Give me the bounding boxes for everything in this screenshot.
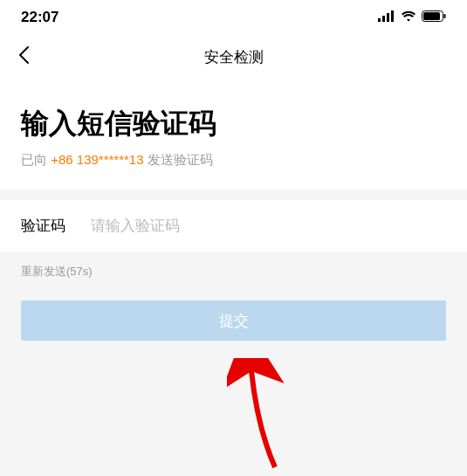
svg-rect-5 (423, 12, 440, 20)
chevron-left-icon (17, 45, 30, 65)
phone-number: +86 139******13 (51, 152, 143, 167)
svg-rect-0 (378, 18, 381, 22)
code-label: 验证码 (21, 216, 91, 236)
nav-bar: 安全检测 (0, 35, 467, 79)
battery-icon (422, 10, 446, 25)
status-time: 22:07 (21, 9, 58, 26)
back-button[interactable] (17, 44, 30, 71)
resend-countdown: 重新发送(57s) (21, 264, 446, 279)
code-input-row: 验证码 (0, 200, 467, 252)
cellular-signal-icon (378, 10, 395, 25)
svg-rect-2 (387, 13, 389, 22)
status-indicators (378, 10, 446, 25)
svg-rect-1 (382, 16, 385, 22)
main-heading: 输入短信验证码 (21, 105, 446, 143)
code-input[interactable] (91, 217, 446, 235)
submit-button[interactable]: 提交 (21, 300, 446, 341)
annotation-arrow-icon (227, 358, 297, 472)
sent-message: 已向 +86 139******13 发送验证码 (21, 152, 446, 169)
wifi-icon (401, 10, 416, 25)
page-title: 安全检测 (204, 47, 264, 67)
svg-rect-3 (391, 10, 394, 22)
heading-block: 输入短信验证码 已向 +86 139******13 发送验证码 (0, 79, 467, 190)
svg-rect-6 (444, 14, 446, 18)
status-bar: 22:07 (0, 0, 467, 35)
